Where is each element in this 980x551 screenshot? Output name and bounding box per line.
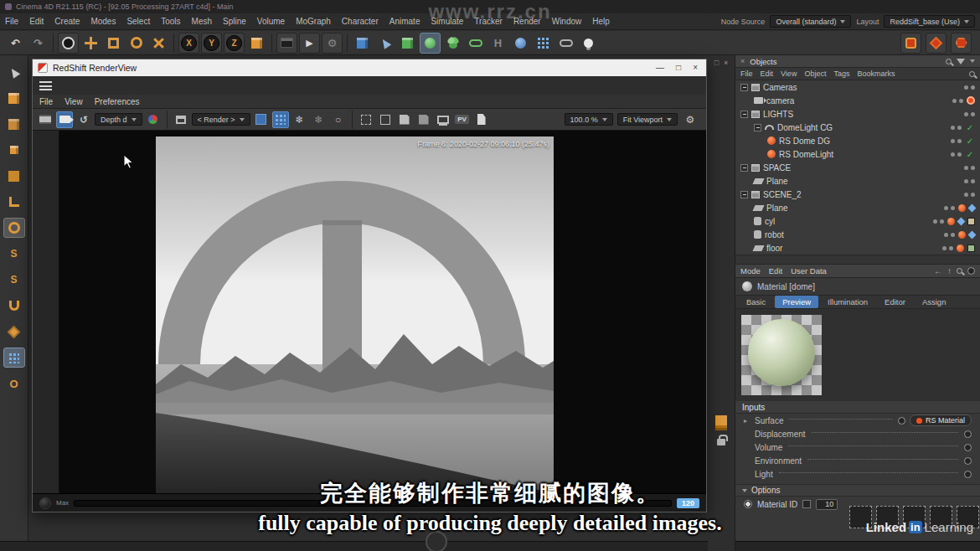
render-mode-dropdown[interactable]: < Render > bbox=[192, 113, 250, 126]
rs-area-light-button[interactable] bbox=[900, 33, 921, 54]
link-button[interactable] bbox=[555, 33, 576, 54]
tree-row-space[interactable]: SPACE bbox=[735, 161, 980, 174]
layers-icon[interactable] bbox=[715, 415, 727, 425]
renderer-dropdown[interactable]: Overall (standard) bbox=[770, 15, 851, 28]
last-tool[interactable] bbox=[148, 33, 169, 54]
file-page-icon[interactable] bbox=[473, 111, 490, 128]
z-axis-lock[interactable]: Z bbox=[224, 33, 245, 54]
scale-tool[interactable] bbox=[103, 33, 124, 54]
search-icon[interactable] bbox=[946, 59, 952, 64]
surface-shader-chip[interactable]: RS Material bbox=[910, 415, 972, 426]
menu-character[interactable]: Character bbox=[342, 17, 379, 26]
hamburger-menu-icon[interactable] bbox=[39, 81, 52, 90]
rs-ies-light-button[interactable] bbox=[926, 33, 946, 54]
tree-row-rs-domelight[interactable]: RS DomeLight ✓ bbox=[735, 147, 980, 161]
spline-tool-2[interactable]: S bbox=[3, 270, 25, 290]
menu-simulate[interactable]: Simulate bbox=[431, 17, 463, 26]
expander-icon[interactable] bbox=[740, 111, 748, 118]
menu-volume[interactable]: Volume bbox=[257, 17, 285, 26]
rs-menu-file[interactable]: File bbox=[39, 97, 53, 106]
chevron-down-icon[interactable] bbox=[970, 59, 975, 63]
material-tag-icon[interactable] bbox=[947, 218, 955, 225]
pen-tool-button[interactable] bbox=[374, 33, 395, 54]
tree-row-camera[interactable]: camera bbox=[735, 94, 980, 107]
spline-tool-1[interactable]: S bbox=[3, 244, 25, 264]
phong-tag-icon[interactable] bbox=[957, 217, 966, 225]
texture-mode-tool[interactable] bbox=[3, 114, 25, 134]
history-back-icon[interactable]: ← bbox=[934, 266, 942, 276]
material-tag-icon[interactable] bbox=[958, 231, 966, 239]
phong-tag-icon[interactable] bbox=[968, 230, 977, 239]
menu-window[interactable]: Window bbox=[552, 17, 582, 26]
rs-dome-light-button[interactable] bbox=[951, 33, 972, 54]
picture-viewer-badge[interactable]: PV bbox=[454, 111, 471, 128]
undo-button[interactable]: ↶ bbox=[5, 33, 26, 54]
menu-modes[interactable]: Modes bbox=[90, 17, 116, 26]
rs-menu-preferences[interactable]: Preferences bbox=[95, 97, 140, 106]
node-socket[interactable] bbox=[898, 417, 905, 425]
menu-select[interactable]: Select bbox=[126, 17, 150, 26]
ipr-icon[interactable] bbox=[253, 111, 270, 128]
enabled-check-icon[interactable]: ✓ bbox=[965, 136, 975, 146]
render-camera-icon[interactable] bbox=[56, 111, 73, 128]
material-tag-icon[interactable] bbox=[957, 245, 964, 252]
save-image-icon[interactable] bbox=[396, 111, 413, 128]
material-swatch[interactable] bbox=[967, 245, 975, 252]
menu-tools[interactable]: Tools bbox=[161, 17, 180, 26]
tree-row-cameras[interactable]: Cameras bbox=[735, 80, 980, 94]
tree-row-plane-2[interactable]: Plane bbox=[735, 201, 980, 214]
obj-menu-bookmarks[interactable]: Bookmarks bbox=[857, 70, 895, 78]
add-generator-button[interactable] bbox=[397, 33, 418, 54]
visibility-dots[interactable] bbox=[933, 219, 944, 224]
node-socket[interactable] bbox=[964, 444, 972, 451]
redo-button[interactable]: ↷ bbox=[28, 33, 49, 54]
node-socket[interactable] bbox=[964, 471, 972, 478]
menu-mesh[interactable]: Mesh bbox=[192, 17, 212, 26]
refresh-icon[interactable]: ↺ bbox=[75, 111, 92, 128]
visibility-dots[interactable] bbox=[964, 112, 975, 116]
phong-tag-icon[interactable] bbox=[968, 203, 977, 212]
visibility-dots[interactable] bbox=[944, 206, 955, 210]
menu-edit[interactable]: Edit bbox=[29, 17, 44, 26]
redshift-titlebar[interactable]: RedShift RenderView — □ × bbox=[33, 59, 706, 76]
render-region-icon[interactable] bbox=[358, 111, 374, 128]
tab-editor[interactable]: Editor bbox=[877, 296, 913, 308]
grid-diamond-tool[interactable] bbox=[3, 322, 25, 342]
workplane-mode-tool[interactable] bbox=[3, 140, 25, 160]
visibility-dots[interactable] bbox=[964, 179, 975, 183]
deformer-button[interactable] bbox=[465, 33, 486, 54]
render-settings-button[interactable]: ⚙ bbox=[322, 33, 343, 54]
visibility-dots[interactable] bbox=[944, 233, 955, 237]
zoom-level-dropdown[interactable]: 100.0 % bbox=[565, 113, 613, 126]
freeze-tessellation-icon[interactable]: ❄ bbox=[291, 111, 308, 128]
menu-spline[interactable]: Spline bbox=[223, 17, 246, 26]
tree-row-domelight-cg[interactable]: DomeLight CG ✓ bbox=[735, 121, 980, 134]
tab-preview[interactable]: Preview bbox=[775, 296, 818, 308]
attr-menu-userdata[interactable]: User Data bbox=[791, 266, 827, 276]
rs-menu-view[interactable]: View bbox=[64, 97, 83, 106]
menu-create[interactable]: Create bbox=[54, 17, 80, 26]
mograph-button[interactable] bbox=[442, 33, 463, 54]
move-tool[interactable] bbox=[80, 33, 101, 54]
visibility-dots[interactable] bbox=[951, 126, 962, 130]
material-swatch[interactable] bbox=[967, 218, 975, 225]
menu-render[interactable]: Render bbox=[513, 17, 541, 26]
visibility-dots[interactable] bbox=[964, 193, 975, 197]
obj-menu-file[interactable]: File bbox=[740, 70, 753, 78]
tree-row-lights[interactable]: LIGHTS bbox=[735, 107, 980, 121]
visibility-dots[interactable] bbox=[952, 99, 963, 103]
expander-icon[interactable] bbox=[740, 164, 748, 172]
gear-icon[interactable]: ⚙ bbox=[682, 111, 699, 128]
lock-icon[interactable] bbox=[717, 439, 725, 445]
tree-row-robot[interactable]: robot bbox=[735, 228, 980, 241]
tab-illumination[interactable]: Illumination bbox=[820, 296, 875, 308]
torus-tool[interactable]: O bbox=[3, 373, 25, 394]
menu-tracker[interactable]: Tracker bbox=[474, 17, 503, 26]
region-circle-icon[interactable]: ○ bbox=[330, 111, 347, 128]
render-view-button[interactable] bbox=[276, 33, 297, 54]
freeze-samples-icon[interactable]: ❄ bbox=[311, 111, 328, 128]
tree-row-floor[interactable]: floor bbox=[735, 241, 980, 255]
snapshot-icon[interactable] bbox=[37, 111, 54, 128]
add-sphere-button[interactable] bbox=[420, 33, 441, 54]
snap-grid-tool[interactable] bbox=[3, 348, 25, 368]
